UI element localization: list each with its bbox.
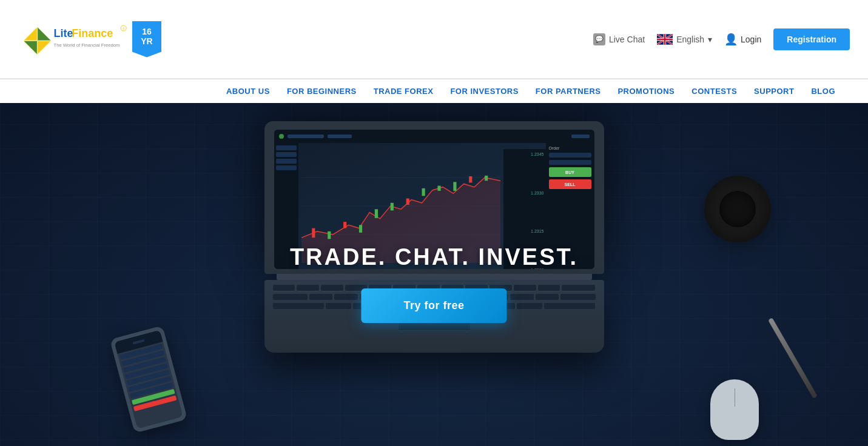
svg-rect-16 <box>328 231 331 239</box>
uk-flag-icon <box>657 34 673 45</box>
svg-text:The World of Financial Freedom: The World of Financial Freedom <box>54 42 120 48</box>
svg-rect-26 <box>485 176 488 181</box>
nav-promotions[interactable]: PROMOTIONS <box>609 87 683 96</box>
svg-rect-25 <box>469 176 472 182</box>
register-button[interactable]: Registration <box>773 28 850 50</box>
mouse-decoration <box>710 379 759 440</box>
anniversary-badge: 16 YR <box>132 21 161 58</box>
login-button[interactable]: 👤 Login <box>724 33 761 46</box>
chat-icon: 💬 <box>593 33 605 45</box>
logo-area: Lite Finance The World of Financial Free… <box>18 21 161 58</box>
coffee-cup-decoration <box>704 176 771 242</box>
nav-contests[interactable]: CONTESTS <box>683 87 745 96</box>
svg-rect-18 <box>358 225 362 233</box>
person-icon: 👤 <box>724 33 738 46</box>
logo-image: Lite Finance The World of Financial Free… <box>18 21 127 58</box>
top-right-actions: 💬 Live Chat English ▾ 👤 Login Registrati… <box>593 28 850 50</box>
nav-for-investors[interactable]: FOR INVESTORS <box>442 87 527 96</box>
nav-for-partners[interactable]: FOR PARTNERS <box>527 87 610 96</box>
svg-rect-21 <box>406 198 409 204</box>
svg-marker-2 <box>24 41 38 55</box>
svg-rect-20 <box>390 203 393 211</box>
svg-text:®: ® <box>123 27 125 30</box>
language-selector[interactable]: English ▾ <box>657 34 712 45</box>
svg-rect-23 <box>437 186 440 191</box>
main-navigation: ABOUT US FOR BEGINNERS TRADE FOREX FOR I… <box>0 79 868 103</box>
hero-content: TRADE. CHAT. INVEST. Try for free <box>290 244 578 323</box>
hero-title: TRADE. CHAT. INVEST. <box>290 244 578 270</box>
svg-marker-1 <box>38 27 52 41</box>
svg-rect-19 <box>374 209 377 218</box>
nav-blog[interactable]: BLOG <box>802 87 844 96</box>
svg-rect-22 <box>422 188 425 196</box>
svg-text:Finance: Finance <box>72 27 113 39</box>
svg-text:Lite: Lite <box>54 27 73 39</box>
hero-section: 1.2345 1.2330 1.2315 1.2300 <box>0 103 868 446</box>
nav-trade-forex[interactable]: TRADE FOREX <box>365 87 442 96</box>
svg-rect-24 <box>453 182 456 191</box>
nav-for-beginners[interactable]: FOR BEGINNERS <box>278 87 365 96</box>
svg-rect-15 <box>312 228 315 238</box>
header: Lite Finance The World of Financial Free… <box>0 0 868 79</box>
nav-support[interactable]: SUPPORT <box>745 87 802 96</box>
nav-about-us[interactable]: ABOUT US <box>218 87 278 96</box>
try-free-button[interactable]: Try for free <box>361 288 506 323</box>
live-chat-button[interactable]: 💬 Live Chat <box>593 33 645 45</box>
svg-rect-17 <box>343 222 346 228</box>
